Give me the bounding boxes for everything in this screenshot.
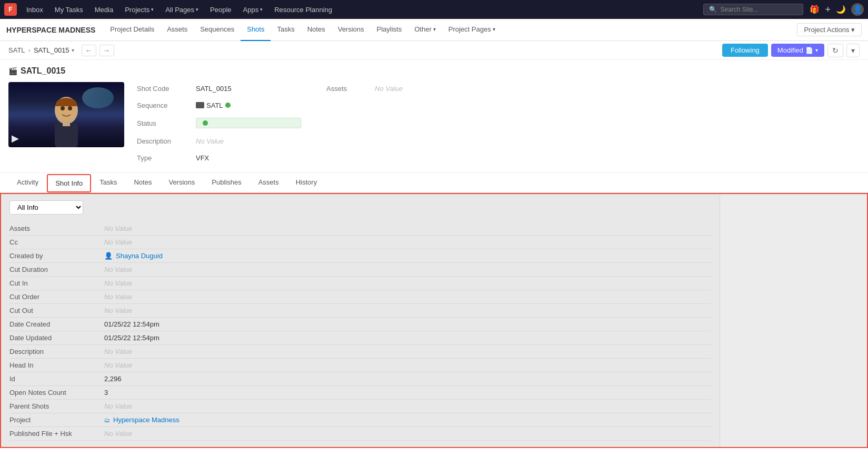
tab-history[interactable]: History bbox=[287, 173, 325, 192]
breadcrumb-current[interactable]: SATL_0015 ▾ bbox=[34, 46, 74, 54]
content-area: All Info Basic Info Custom Fields Assets… bbox=[0, 193, 868, 448]
search-placeholder: Search Site... bbox=[720, 6, 758, 13]
nav-resource-planning[interactable]: Resource Planning bbox=[269, 4, 337, 16]
assets-label: Assets bbox=[326, 85, 368, 93]
nav-my-tasks[interactable]: My Tasks bbox=[49, 4, 88, 16]
nav-tasks[interactable]: Tasks bbox=[271, 19, 301, 41]
info-key: Cut Out bbox=[9, 307, 104, 314]
nav-projects[interactable]: Projects▾ bbox=[119, 4, 159, 16]
sequence-value[interactable]: SATL bbox=[196, 101, 231, 109]
nav-project-pages[interactable]: Project Pages▾ bbox=[442, 19, 502, 41]
nav-inbox[interactable]: Inbox bbox=[21, 4, 48, 16]
shot-thumbnail[interactable]: ▶ bbox=[8, 82, 124, 147]
status-label: Status bbox=[137, 119, 189, 127]
info-table-row: Head InNo Value bbox=[9, 359, 711, 372]
shot-header: 🎬 SATL_0015 bbox=[0, 60, 868, 173]
nav-versions[interactable]: Versions bbox=[332, 19, 371, 41]
info-table-row: Cut OutNo Value bbox=[9, 304, 711, 318]
project-actions-button[interactable]: Project Actions ▾ bbox=[797, 23, 862, 36]
play-button[interactable]: ▶ bbox=[12, 133, 19, 144]
info-key: Date Updated bbox=[9, 334, 104, 342]
type-label: Type bbox=[137, 154, 189, 162]
tab-shot-info[interactable]: Shot Info bbox=[47, 174, 91, 192]
nav-playlists[interactable]: Playlists bbox=[371, 19, 408, 41]
info-table-row: Cut OrderNo Value bbox=[9, 290, 711, 304]
refresh-button[interactable]: ↻ bbox=[827, 44, 843, 57]
info-table-row: Created by👤Shayna Duguid bbox=[9, 249, 711, 263]
nav-notes[interactable]: Notes bbox=[301, 19, 332, 41]
svg-rect-4 bbox=[55, 123, 78, 147]
info-value: No Value bbox=[104, 266, 132, 273]
search-icon: 🔍 bbox=[709, 6, 717, 13]
info-value: No Value bbox=[104, 293, 132, 301]
breadcrumb-next[interactable]: → bbox=[99, 45, 114, 56]
description-value: No Value bbox=[196, 137, 224, 145]
nav-other[interactable]: Other▾ bbox=[408, 19, 442, 41]
info-table: AssetsNo ValueCcNo ValueCreated by👤Shayn… bbox=[9, 222, 711, 441]
nav-shots[interactable]: Shots bbox=[241, 19, 271, 41]
following-button[interactable]: Following bbox=[722, 44, 768, 57]
info-key: Description bbox=[9, 348, 104, 355]
info-table-row: Id2,296 bbox=[9, 372, 711, 386]
project-title: HYPERSPACE MADNESS bbox=[6, 26, 95, 34]
gift-icon[interactable]: 🎁 bbox=[810, 5, 820, 14]
info-key: Published File + Hsk bbox=[9, 430, 104, 437]
info-key: Project bbox=[9, 416, 104, 424]
plus-icon[interactable]: + bbox=[825, 4, 831, 15]
breadcrumb-parent[interactable]: SATL bbox=[8, 46, 25, 54]
tab-tasks[interactable]: Tasks bbox=[91, 173, 125, 192]
nav-apps[interactable]: Apps▾ bbox=[238, 4, 268, 16]
top-nav-icons: 🎁 + 🌙 👤 bbox=[810, 3, 864, 16]
info-table-row: DescriptionNo Value bbox=[9, 345, 711, 359]
info-value[interactable]: 👤Shayna Duguid bbox=[104, 252, 163, 260]
breadcrumb-bar: SATL › SATL_0015 ▾ ← → Following Modifie… bbox=[0, 41, 868, 60]
description-label: Description bbox=[137, 137, 189, 145]
svg-rect-5 bbox=[63, 122, 70, 126]
shot-title: 🎬 SATL_0015 bbox=[8, 66, 860, 76]
svg-point-2 bbox=[61, 106, 65, 110]
info-table-row: Published File + HskNo Value bbox=[9, 427, 711, 441]
info-table-row: Date Created01/25/22 12:54pm bbox=[9, 318, 711, 331]
info-table-row: Open Notes Count3 bbox=[9, 386, 711, 400]
info-value: No Value bbox=[104, 348, 132, 355]
status-badge[interactable] bbox=[196, 118, 301, 128]
nav-assets[interactable]: Assets bbox=[161, 19, 194, 41]
side-panel bbox=[720, 194, 867, 447]
breadcrumb-separator: › bbox=[28, 46, 31, 54]
tabs-bar: Activity Shot Info Tasks Notes Versions … bbox=[0, 173, 868, 193]
modified-dropdown-icon[interactable]: ▾ bbox=[815, 47, 818, 53]
info-value: No Value bbox=[104, 430, 132, 437]
breadcrumb-dropdown-icon[interactable]: ▾ bbox=[72, 47, 74, 53]
tab-notes[interactable]: Notes bbox=[125, 173, 160, 192]
assets-value: No Value bbox=[375, 85, 403, 93]
tab-publishes[interactable]: Publishes bbox=[203, 173, 250, 192]
breadcrumb-prev[interactable]: ← bbox=[82, 45, 96, 56]
info-value: 3 bbox=[104, 389, 108, 396]
modified-button[interactable]: Modified 📄 ▾ bbox=[771, 44, 824, 57]
info-key: Assets bbox=[9, 225, 104, 232]
app-logo[interactable]: F bbox=[4, 3, 17, 16]
nav-people[interactable]: People bbox=[205, 4, 236, 16]
info-value: No Value bbox=[104, 361, 132, 369]
nav-project-details[interactable]: Project Details bbox=[104, 19, 161, 41]
info-key: Head In bbox=[9, 361, 104, 369]
search-bar[interactable]: 🔍 Search Site... bbox=[703, 4, 803, 15]
tab-activity[interactable]: Activity bbox=[8, 173, 47, 192]
nav-media[interactable]: Media bbox=[89, 4, 118, 16]
user-avatar[interactable]: 👤 bbox=[851, 3, 864, 16]
tab-versions[interactable]: Versions bbox=[160, 173, 203, 192]
info-key: Cut Duration bbox=[9, 266, 104, 273]
moon-icon[interactable]: 🌙 bbox=[836, 5, 846, 14]
main-panel: All Info Basic Info Custom Fields Assets… bbox=[1, 194, 720, 447]
shot-code-value: SATL_0015 bbox=[196, 85, 232, 93]
type-value: VFX bbox=[196, 154, 209, 162]
info-table-row: Parent ShotsNo Value bbox=[9, 400, 711, 413]
more-options-button[interactable]: ▾ bbox=[846, 44, 860, 57]
info-table-row: CcNo Value bbox=[9, 236, 711, 249]
all-info-select[interactable]: All Info Basic Info Custom Fields bbox=[9, 200, 83, 215]
nav-all-pages[interactable]: All Pages▾ bbox=[160, 4, 204, 16]
info-value[interactable]: 🗂Hyperspace Madness bbox=[104, 416, 179, 424]
info-value: No Value bbox=[104, 402, 132, 410]
nav-sequences[interactable]: Sequences bbox=[194, 19, 241, 41]
tab-assets[interactable]: Assets bbox=[250, 173, 287, 192]
